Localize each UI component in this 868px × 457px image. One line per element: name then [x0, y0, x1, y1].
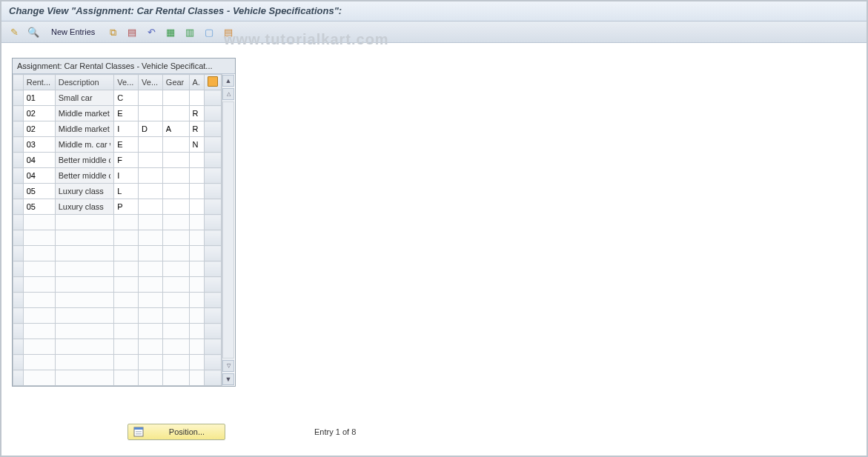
cell-vehicle-1[interactable] [114, 370, 138, 385]
undo-change-button[interactable]: ↶ [143, 24, 159, 40]
cell-gear[interactable] [163, 230, 189, 245]
row-selector[interactable] [13, 153, 24, 168]
row-selector[interactable] [13, 121, 24, 137]
cell-rental-class[interactable] [24, 370, 55, 385]
row-selector[interactable] [13, 199, 24, 215]
cell-a[interactable] [190, 215, 204, 230]
cell-gear[interactable] [163, 308, 189, 323]
row-selector[interactable] [13, 230, 24, 246]
cell-rental-class[interactable] [24, 261, 55, 276]
scroll-up-button[interactable]: ▲ [222, 75, 234, 87]
cell-vehicle-2[interactable] [139, 90, 162, 105]
cell-vehicle-1[interactable] [114, 261, 138, 276]
cell-rental-class[interactable] [24, 153, 55, 167]
cell-rental-class[interactable] [24, 308, 55, 323]
cell-rental-class[interactable] [24, 137, 55, 152]
scroll-down-step-button[interactable]: ▽ [222, 360, 234, 372]
cell-a[interactable] [190, 90, 204, 105]
row-selector[interactable] [13, 106, 24, 121]
cell-a[interactable] [190, 168, 204, 183]
cell-gear[interactable] [163, 137, 189, 152]
cell-gear[interactable] [163, 184, 189, 199]
cell-rental-class[interactable] [24, 184, 55, 199]
row-selector[interactable] [13, 308, 24, 324]
vertical-scrollbar[interactable]: ▲ △ ▽ ▼ [222, 74, 234, 386]
cell-vehicle-2[interactable] [139, 308, 162, 323]
col-header-vehicle-1[interactable]: Ve... [114, 75, 139, 90]
select-all-button[interactable]: ▦ [162, 24, 179, 40]
cell-gear[interactable] [163, 199, 189, 214]
row-selector[interactable] [13, 261, 24, 277]
cell-gear[interactable] [163, 153, 189, 167]
row-selector[interactable] [13, 293, 24, 308]
cell-gear[interactable] [163, 370, 189, 385]
cell-vehicle-1[interactable] [114, 215, 138, 230]
cell-vehicle-2[interactable] [139, 277, 162, 292]
cell-vehicle-1[interactable] [114, 308, 138, 323]
row-selector[interactable] [13, 277, 24, 293]
cell-gear[interactable] [163, 339, 189, 354]
cell-gear[interactable] [163, 246, 189, 261]
row-selector[interactable] [13, 324, 24, 339]
cell-a[interactable] [190, 293, 204, 307]
cell-gear[interactable] [163, 355, 189, 370]
cell-vehicle-1[interactable] [114, 355, 138, 370]
cell-vehicle-1[interactable] [114, 339, 138, 354]
cell-a[interactable] [190, 308, 204, 323]
cell-rental-class[interactable] [24, 324, 55, 338]
cell-a[interactable] [190, 106, 204, 121]
col-header-configure[interactable] [204, 75, 221, 90]
row-selector-header[interactable] [13, 75, 24, 90]
position-button[interactable]: Position... [127, 424, 225, 440]
cell-gear[interactable] [163, 121, 189, 136]
cell-a[interactable] [190, 339, 204, 354]
cell-rental-class[interactable] [24, 339, 55, 354]
col-header-a[interactable]: A. [189, 75, 204, 90]
cell-rental-class[interactable] [24, 246, 55, 261]
cell-vehicle-2[interactable] [139, 370, 162, 385]
cell-a[interactable] [190, 137, 204, 152]
col-header-gear[interactable]: Gear [162, 75, 189, 90]
cell-a[interactable] [190, 153, 204, 167]
cell-vehicle-2[interactable] [139, 106, 162, 121]
cell-gear[interactable] [163, 215, 189, 230]
cell-a[interactable] [190, 355, 204, 370]
cell-gear[interactable] [163, 324, 189, 338]
cell-a[interactable] [190, 246, 204, 261]
cell-rental-class[interactable] [24, 355, 55, 370]
cell-vehicle-2[interactable] [139, 215, 162, 230]
row-selector[interactable] [13, 370, 24, 386]
row-selector[interactable] [13, 355, 24, 370]
cell-vehicle-1[interactable] [114, 90, 138, 105]
cell-rental-class[interactable] [24, 215, 55, 230]
cell-vehicle-1[interactable] [114, 184, 138, 199]
cell-vehicle-2[interactable] [139, 153, 162, 167]
cell-gear[interactable] [163, 277, 189, 292]
cell-a[interactable] [190, 121, 204, 136]
cell-vehicle-2[interactable] [139, 184, 162, 199]
new-entries-button[interactable]: New Entries [44, 24, 102, 40]
cell-vehicle-2[interactable] [139, 261, 162, 276]
cell-vehicle-2[interactable] [139, 121, 162, 136]
col-header-description[interactable]: Description [55, 75, 114, 90]
cell-a[interactable] [190, 261, 204, 276]
scroll-down-button[interactable]: ▼ [222, 373, 234, 385]
row-selector[interactable] [13, 137, 24, 153]
row-selector[interactable] [13, 246, 24, 261]
cell-vehicle-1[interactable] [114, 153, 138, 167]
cell-a[interactable] [190, 184, 204, 199]
cell-rental-class[interactable] [24, 230, 55, 245]
cell-gear[interactable] [163, 261, 189, 276]
cell-vehicle-1[interactable] [114, 121, 138, 136]
cell-vehicle-2[interactable] [139, 355, 162, 370]
cell-vehicle-2[interactable] [139, 199, 162, 214]
cell-rental-class[interactable] [24, 90, 55, 105]
row-selector[interactable] [13, 184, 24, 199]
cell-a[interactable] [190, 277, 204, 292]
cell-vehicle-2[interactable] [139, 293, 162, 307]
cell-rental-class[interactable] [24, 277, 55, 292]
cell-a[interactable] [190, 230, 204, 245]
cell-rental-class[interactable] [24, 106, 55, 121]
cell-vehicle-1[interactable] [114, 106, 138, 121]
cell-gear[interactable] [163, 293, 189, 307]
